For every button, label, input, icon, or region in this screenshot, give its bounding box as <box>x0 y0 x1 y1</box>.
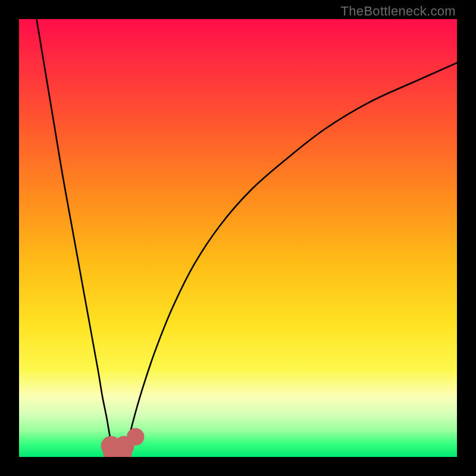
watermark-text: TheBottleneck.com <box>341 4 456 19</box>
marker-group <box>101 428 145 457</box>
curve-right-branch <box>124 63 457 454</box>
outer-frame: TheBottleneck.com <box>0 0 476 476</box>
plot-area <box>19 19 457 457</box>
data-marker <box>127 428 144 445</box>
curve-left-branch <box>36 19 115 453</box>
curves-layer <box>19 19 457 457</box>
